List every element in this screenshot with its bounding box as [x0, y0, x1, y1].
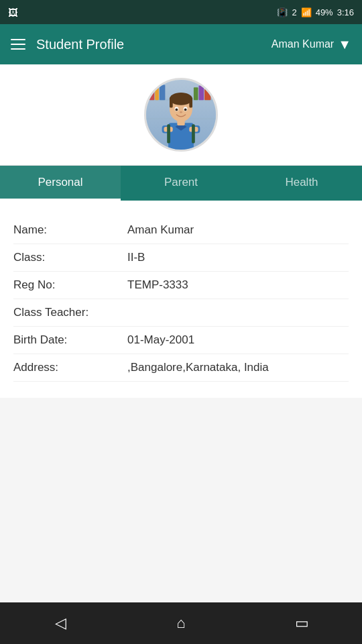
hamburger-line-2 — [11, 44, 25, 45]
birthdate-value: 01-May-2001 — [127, 333, 349, 347]
avatar-image — [146, 78, 216, 152]
vibrate-icon: 📳 — [277, 7, 288, 17]
svg-rect-19 — [189, 97, 192, 107]
profile-content: Name: Aman Kumar Class: II-B Reg No: TEM… — [0, 201, 362, 398]
regno-label: Reg No: — [13, 278, 127, 292]
classteacher-label: Class Teacher: — [13, 306, 127, 319]
svg-point-17 — [170, 93, 192, 105]
tab-parent[interactable]: Parent — [121, 166, 241, 201]
svg-rect-6 — [194, 87, 198, 100]
tab-health[interactable]: Health — [241, 166, 362, 201]
menu-button[interactable] — [11, 39, 25, 50]
recent-button[interactable]: ▭ — [282, 610, 322, 637]
hamburger-line-1 — [11, 39, 25, 40]
tab-parent-label: Parent — [164, 176, 198, 189]
image-icon: 🖼 — [8, 7, 18, 18]
class-label: Class: — [13, 251, 127, 264]
time-display: 3:16 — [337, 7, 354, 17]
svg-rect-8 — [204, 89, 210, 100]
table-row: Class Teacher: — [13, 299, 349, 327]
class-value: II-B — [127, 251, 349, 264]
table-row: Birth Date: 01-May-2001 — [13, 327, 349, 354]
svg-rect-4 — [155, 88, 159, 100]
signal-icon: 📶 — [301, 7, 312, 17]
recent-icon: ▭ — [295, 614, 309, 632]
signal-badge: 2 — [292, 7, 296, 17]
hamburger-line-3 — [11, 48, 25, 50]
svg-rect-5 — [160, 85, 166, 101]
svg-rect-18 — [170, 97, 173, 107]
status-bar: 🖼 📳 2 📶 49% 3:16 — [0, 0, 362, 24]
header-left: Student Profile — [11, 37, 124, 52]
table-row: Address: ,Bangalore,Karnataka, India — [13, 354, 349, 382]
tab-bar: Personal Parent Health — [0, 166, 362, 201]
page-title: Student Profile — [36, 37, 124, 52]
tab-personal[interactable]: Personal — [0, 166, 121, 201]
birthdate-label: Birth Date: — [13, 333, 127, 347]
regno-value: TEMP-3333 — [127, 278, 349, 292]
status-left: 🖼 — [8, 7, 18, 18]
avatar — [144, 78, 218, 152]
svg-rect-7 — [198, 86, 204, 101]
back-button[interactable]: ◁ — [40, 610, 80, 637]
dropdown-arrow-icon: ▼ — [338, 37, 351, 52]
svg-point-23 — [184, 109, 187, 111]
avatar-section — [0, 64, 362, 166]
table-row: Reg No: TEMP-3333 — [13, 272, 349, 299]
svg-point-24 — [180, 111, 182, 113]
battery-label: 49% — [316, 7, 333, 17]
table-row: Name: Aman Kumar — [13, 217, 349, 244]
tab-personal-label: Personal — [38, 176, 82, 189]
user-menu[interactable]: Aman Kumar ▼ — [272, 37, 351, 52]
name-label: Name: — [13, 223, 127, 237]
home-button[interactable]: ⌂ — [161, 610, 201, 637]
address-value: ,Bangalore,Karnataka, India — [127, 361, 349, 374]
bottom-nav: ◁ ⌂ ▭ — [0, 602, 362, 644]
address-label: Address: — [13, 361, 127, 374]
svg-rect-26 — [192, 124, 195, 143]
tab-health-label: Health — [285, 176, 318, 189]
svg-rect-3 — [149, 86, 155, 100]
name-value: Aman Kumar — [127, 223, 349, 237]
svg-point-22 — [175, 109, 178, 111]
app-header: Student Profile Aman Kumar ▼ — [0, 24, 362, 64]
svg-rect-25 — [167, 124, 170, 143]
status-right: 📳 2 📶 49% 3:16 — [277, 7, 354, 17]
table-row: Class: II-B — [13, 244, 349, 272]
user-name: Aman Kumar — [272, 38, 334, 50]
home-icon: ⌂ — [176, 614, 185, 632]
back-icon: ◁ — [55, 614, 66, 632]
